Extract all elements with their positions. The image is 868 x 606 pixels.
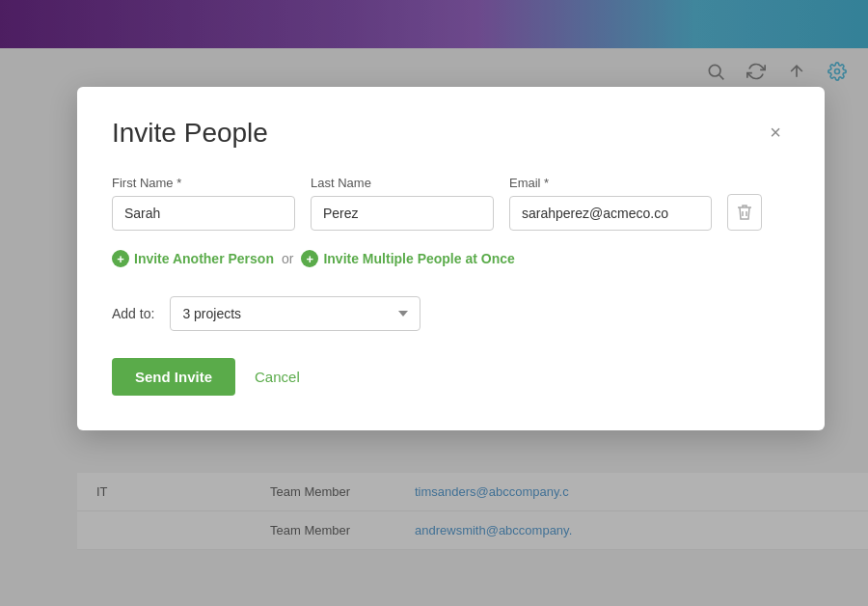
actions-row: Send Invite Cancel — [112, 358, 790, 396]
projects-value: 3 projects — [182, 306, 241, 321]
invite-multiple-link[interactable]: + Invite Multiple People at Once — [301, 250, 514, 267]
form-row: First Name * Last Name Email * — [112, 176, 790, 231]
first-name-label: First Name * — [112, 176, 295, 190]
cancel-button[interactable]: Cancel — [255, 369, 300, 385]
invite-people-modal: Invite People × First Name * Last Name E… — [77, 87, 825, 430]
last-name-group: Last Name — [311, 176, 494, 231]
first-name-input[interactable] — [112, 196, 295, 231]
delete-row-button[interactable] — [727, 194, 762, 231]
email-label: Email * — [509, 176, 712, 190]
dropdown-arrow-icon — [398, 311, 408, 317]
invite-multiple-label: Invite Multiple People at Once — [323, 251, 514, 266]
plus-icon: + — [112, 250, 129, 267]
email-input[interactable] — [509, 196, 712, 231]
send-invite-button[interactable]: Send Invite — [112, 358, 235, 396]
last-name-input[interactable] — [311, 196, 494, 231]
add-to-row: Add to: 3 projects — [112, 296, 790, 331]
email-group: Email * — [509, 176, 712, 231]
last-name-label: Last Name — [311, 176, 494, 190]
plus-multiple-icon: + — [301, 250, 318, 267]
modal-title: Invite People — [112, 118, 268, 149]
projects-dropdown[interactable]: 3 projects — [170, 296, 420, 331]
invite-links-row: + Invite Another Person or + Invite Mult… — [112, 250, 790, 267]
first-name-group: First Name * — [112, 176, 295, 231]
invite-another-label: Invite Another Person — [134, 251, 274, 266]
close-button[interactable]: × — [761, 118, 790, 147]
invite-another-link[interactable]: + Invite Another Person — [112, 250, 274, 267]
modal-header: Invite People × — [112, 118, 790, 149]
or-text: or — [282, 251, 293, 266]
add-to-label: Add to: — [112, 306, 154, 321]
